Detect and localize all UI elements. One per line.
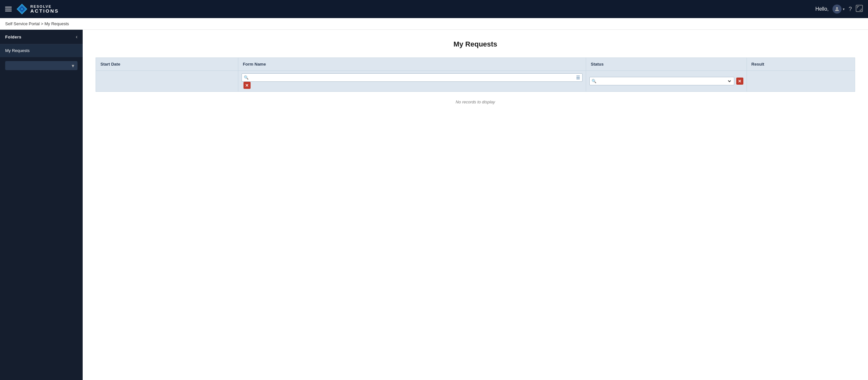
sidebar-folders-label: Folders <box>5 35 21 39</box>
sidebar-dropdown[interactable] <box>5 61 78 70</box>
top-navigation: RESOLVE ACTIONS Hello, ▾ ? <box>0 0 868 18</box>
requests-table: Start Date Form Name Status Result 🔍 ☰ ✕ <box>96 58 855 112</box>
sidebar-collapse-button[interactable]: ‹ <box>76 34 78 39</box>
breadcrumb: Self Service Portal > My Requests <box>0 18 868 30</box>
sidebar-item-my-requests[interactable]: My Requests <box>0 44 83 57</box>
sidebar-folder-select[interactable] <box>5 61 78 70</box>
sidebar-header: Folders ‹ <box>0 30 83 44</box>
filter-start-date-cell <box>96 71 238 92</box>
sidebar-dropdown-wrapper <box>5 61 78 70</box>
user-avatar-icon <box>833 4 841 13</box>
status-search-icon: 🔍 <box>592 79 596 83</box>
svg-rect-4 <box>856 5 863 11</box>
expand-icon[interactable] <box>856 5 863 13</box>
menu-hamburger-icon[interactable] <box>5 7 11 11</box>
col-start-date: Start Date <box>96 58 238 71</box>
table-filter-row: 🔍 ☰ ✕ 🔍 <box>96 71 855 92</box>
hello-text: Hello, <box>815 6 829 12</box>
col-result: Result <box>747 58 855 71</box>
status-clear-button[interactable]: ✕ <box>736 78 743 85</box>
logo-diamond-icon <box>16 3 28 15</box>
user-menu-chevron-icon: ▾ <box>843 7 845 11</box>
col-status: Status <box>586 58 747 71</box>
page-title: My Requests <box>96 40 855 49</box>
status-filter-wrapper: 🔍 ✕ <box>589 77 743 85</box>
form-name-filter-input[interactable] <box>250 75 575 80</box>
nav-left: RESOLVE ACTIONS <box>5 3 59 15</box>
form-name-filter-options-icon[interactable]: ☰ <box>576 75 580 80</box>
table-header-row: Start Date Form Name Status Result <box>96 58 855 71</box>
form-name-filter-wrapper: 🔍 ☰ <box>242 74 583 82</box>
nav-right: Hello, ▾ ? <box>815 4 863 13</box>
status-filter-select-inner: 🔍 <box>589 77 734 85</box>
logo-actions: ACTIONS <box>30 8 59 14</box>
logo-area: RESOLVE ACTIONS <box>16 3 59 15</box>
no-records-text: No records to display <box>96 92 855 113</box>
help-icon[interactable]: ? <box>848 6 852 12</box>
status-filter-select[interactable] <box>598 79 732 84</box>
filter-status-cell: 🔍 ✕ <box>586 71 747 92</box>
form-name-clear-button[interactable]: ✕ <box>244 82 251 89</box>
logo-resolve: RESOLVE <box>30 4 59 8</box>
user-menu[interactable]: ▾ <box>833 4 845 13</box>
filter-form-name-cell: 🔍 ☰ ✕ <box>238 71 586 92</box>
svg-point-3 <box>836 7 838 9</box>
filter-result-cell <box>747 71 855 92</box>
sidebar: Folders ‹ My Requests <box>0 30 83 380</box>
no-records-row: No records to display <box>96 92 855 113</box>
logo-text: RESOLVE ACTIONS <box>30 4 59 14</box>
main-content: My Requests Start Date Form Name Status … <box>83 30 868 380</box>
main-layout: Folders ‹ My Requests My Requests Start … <box>0 30 868 380</box>
col-form-name: Form Name <box>238 58 586 71</box>
form-name-search-icon: 🔍 <box>244 75 249 80</box>
